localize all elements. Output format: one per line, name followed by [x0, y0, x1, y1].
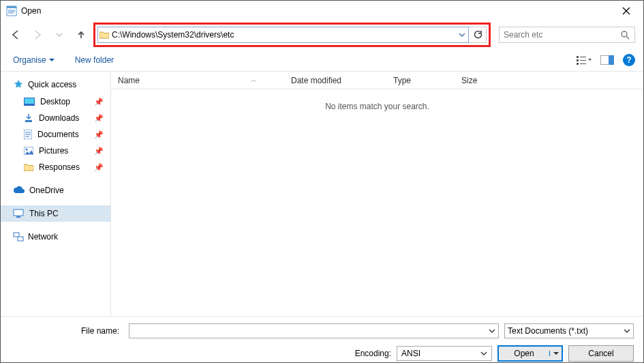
footer: File name: Text Documents (*.txt) Encodi… [1, 316, 643, 363]
folder-icon [24, 163, 33, 171]
sort-indicator-icon: ︿ [251, 76, 277, 85]
network-label: Network [28, 232, 58, 242]
organise-menu[interactable]: Organise [9, 53, 59, 68]
pictures-icon [24, 147, 33, 155]
forward-button[interactable] [28, 25, 47, 44]
svg-rect-1 [7, 6, 16, 8]
column-name-label: Name [118, 76, 140, 85]
sidebar-item-label: Downloads [39, 113, 79, 123]
sidebar-item-label: Pictures [39, 146, 68, 156]
sidebar-item-label: Documents [37, 130, 79, 139]
chevron-down-icon [624, 328, 630, 334]
sidebar-item-desktop[interactable]: Desktop 📌 [1, 93, 110, 110]
svg-rect-16 [609, 55, 614, 65]
title-bar: Open [1, 1, 643, 21]
address-bar-highlight [93, 23, 491, 47]
filename-combo[interactable] [129, 323, 499, 338]
pc-icon [13, 209, 24, 218]
new-folder-button[interactable]: New folder [71, 53, 118, 68]
help-button[interactable]: ? [623, 54, 635, 66]
sidebar-item-pictures[interactable]: Pictures 📌 [1, 143, 110, 159]
column-date-label: Date modified [291, 76, 341, 85]
desktop-icon [24, 98, 35, 106]
filetype-label: Text Documents (*.txt) [508, 326, 588, 336]
preview-pane-button[interactable] [596, 52, 619, 68]
sidebar-item-downloads[interactable]: Downloads 📌 [1, 110, 110, 126]
cancel-button[interactable]: Cancel [568, 345, 634, 362]
refresh-button[interactable] [469, 27, 487, 43]
sidebar-item-label: Desktop [40, 97, 70, 106]
svg-rect-26 [14, 209, 23, 216]
network-icon [13, 232, 24, 242]
onedrive-label: OneDrive [29, 186, 64, 195]
window-title: Open [21, 6, 41, 16]
address-bar[interactable] [97, 27, 469, 43]
column-size[interactable]: Size [455, 76, 509, 85]
sidebar-quick-access[interactable]: Quick access [1, 76, 110, 93]
close-button[interactable] [611, 1, 642, 21]
organise-label: Organise [13, 55, 46, 65]
column-headers: Name ︿ Date modified Type Size [111, 72, 643, 89]
svg-rect-18 [25, 98, 34, 104]
content-area: Name ︿ Date modified Type Size No items … [111, 72, 643, 316]
open-button-label: Open [499, 349, 549, 358]
column-date[interactable]: Date modified [284, 76, 386, 85]
filename-dropdown[interactable] [486, 328, 498, 334]
app-icon [6, 5, 17, 16]
chevron-down-icon [480, 350, 487, 357]
empty-message: No items match your search. [111, 102, 643, 111]
pin-icon: 📌 [94, 98, 104, 106]
search-input[interactable] [500, 29, 615, 41]
sidebar-item-label: Responses [39, 162, 80, 172]
this-pc-label: This PC [29, 209, 59, 218]
encoding-combo[interactable]: ANSI [397, 346, 492, 361]
filetype-combo[interactable]: Text Documents (*.txt) [504, 323, 634, 338]
view-options-button[interactable] [572, 52, 596, 68]
search-box[interactable] [499, 27, 635, 43]
search-icon [615, 30, 634, 40]
encoding-value: ANSI [401, 349, 420, 358]
column-type-label: Type [393, 76, 411, 85]
sidebar-this-pc[interactable]: This PC [1, 205, 110, 222]
svg-point-25 [26, 149, 28, 151]
sidebar-network[interactable]: Network [1, 229, 110, 245]
chevron-down-icon [49, 57, 55, 63]
sidebar-onedrive[interactable]: OneDrive [1, 182, 110, 199]
cloud-icon [13, 186, 25, 194]
svg-rect-19 [25, 120, 32, 122]
sidebar: Quick access Desktop 📌 Downloads 📌 Docum… [1, 72, 111, 316]
pin-icon: 📌 [94, 147, 104, 156]
column-type[interactable]: Type [386, 76, 455, 85]
filename-input[interactable] [129, 325, 486, 338]
svg-rect-11 [577, 63, 579, 65]
documents-icon [24, 130, 32, 139]
address-dropdown[interactable] [456, 31, 468, 38]
address-input[interactable] [110, 29, 456, 41]
body: Quick access Desktop 📌 Downloads 📌 Docum… [1, 72, 643, 316]
svg-point-7 [622, 31, 627, 37]
open-split-dropdown[interactable] [549, 351, 562, 356]
sidebar-item-responses[interactable]: Responses 📌 [1, 159, 110, 175]
toolbar: Organise New folder ? [1, 48, 643, 72]
folder-icon [98, 31, 110, 39]
star-icon [13, 79, 24, 90]
recent-dropdown[interactable] [50, 25, 69, 44]
svg-rect-27 [16, 216, 20, 218]
up-button[interactable] [72, 25, 91, 44]
cancel-button-label: Cancel [588, 349, 613, 358]
svg-rect-28 [14, 233, 19, 237]
pin-icon: 📌 [94, 114, 104, 123]
svg-rect-10 [577, 59, 579, 61]
pin-icon: 📌 [94, 163, 104, 172]
svg-rect-9 [577, 56, 579, 58]
svg-rect-29 [18, 237, 23, 241]
downloads-icon [24, 113, 33, 123]
filename-label: File name: [10, 326, 123, 336]
quick-access-label: Quick access [28, 80, 76, 89]
column-size-label: Size [461, 76, 477, 85]
open-button[interactable]: Open [497, 345, 563, 362]
sidebar-item-documents[interactable]: Documents 📌 [1, 126, 110, 143]
column-name[interactable]: Name ︿ [111, 76, 284, 85]
back-button[interactable] [6, 25, 25, 44]
svg-line-8 [626, 36, 629, 39]
